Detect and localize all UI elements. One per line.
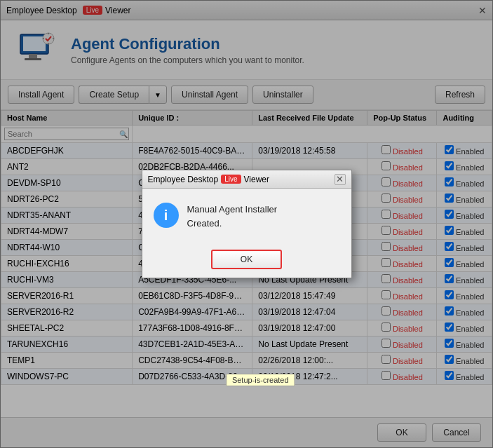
modal-title-app: Employee Desktop: [148, 175, 219, 184]
modal-footer: OK: [142, 244, 351, 278]
modal-title-bar: Employee Desktop Live Viewer ✕: [142, 170, 351, 189]
modal-message: Manual Agent InstallerCreated.: [187, 203, 278, 230]
modal-ok-button[interactable]: OK: [211, 250, 282, 269]
modal-title-viewer: Viewer: [244, 175, 269, 184]
modal-body: i Manual Agent InstallerCreated.: [142, 189, 351, 244]
modal-live-badge: Live: [221, 175, 241, 184]
tooltip: Setup-is-created: [226, 374, 295, 386]
info-icon: i: [154, 203, 179, 228]
modal-overlay: Employee Desktop Live Viewer ✕ i Manual …: [0, 0, 493, 448]
modal-close-icon[interactable]: ✕: [335, 174, 346, 185]
modal-dialog: Employee Desktop Live Viewer ✕ i Manual …: [142, 170, 352, 278]
